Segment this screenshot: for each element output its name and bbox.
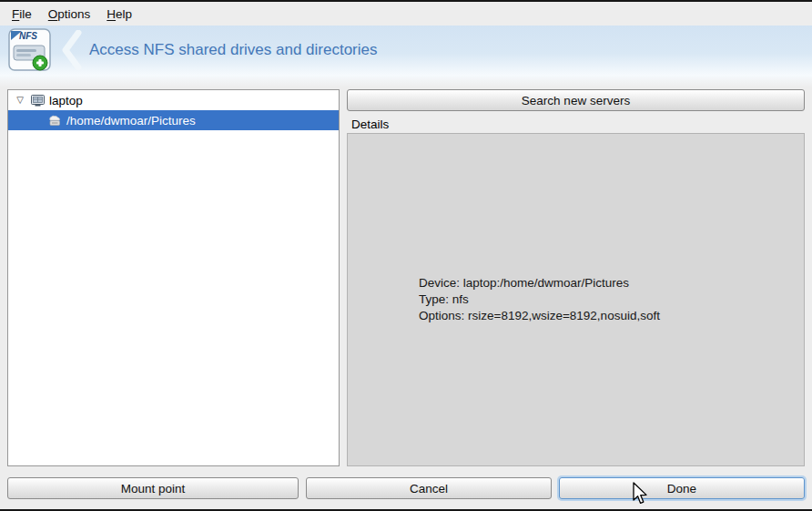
header-banner: NFS Access NFS shared drives and directo… [0,26,812,87]
menu-help-rest: elp [116,7,132,21]
details-device-line: Device: laptop:/home/dwmoar/Pictures [419,275,660,291]
details-options-line: Options: rsize=8192,wsize=8192,nosuid,so… [419,308,660,324]
header-chevron-decoration [58,30,82,70]
mount-point-button[interactable]: Mount point [7,477,299,499]
main-area: ▽ laptop [0,87,812,466]
details-type-line: Type: nfs [419,291,660,308]
nfs-app-icon: NFS [7,27,53,73]
tree-row-share[interactable]: /home/dwmoar/Pictures [8,110,339,130]
page-title: Access NFS shared drives and directories [89,41,378,59]
details-text: Device: laptop:/home/dwmoar/Pictures Typ… [419,275,660,324]
computer-icon [31,95,45,107]
menu-bar: File Options Help [0,2,812,26]
done-button[interactable]: Done [559,477,805,499]
nfs-shares-tree[interactable]: ▽ laptop [7,89,340,466]
details-frame-label: Details [351,118,805,131]
menu-help[interactable]: Help [98,5,140,24]
app-window: File Options Help NFS Access NFS shared … [0,0,812,511]
menu-options-accel: O [48,7,58,21]
details-frame: Device: laptop:/home/dwmoar/Pictures Typ… [347,133,805,466]
tree-row-server[interactable]: ▽ laptop [8,90,339,110]
share-path: /home/dwmoar/Pictures [66,114,196,128]
menu-help-accel: H [107,7,116,21]
menu-options-rest: ptions [57,7,90,21]
expander-open-icon[interactable]: ▽ [14,96,26,105]
search-new-servers-button[interactable]: Search new servers [347,89,805,111]
svg-text:NFS: NFS [19,31,37,41]
menu-file-rest: ile [19,7,32,21]
menu-options[interactable]: Options [40,5,99,24]
menu-file-accel: F [12,7,19,21]
right-panel: Search new servers Details Device: lapto… [347,89,805,466]
footer-button-row: Mount point Cancel Done [0,466,812,509]
share-icon [48,115,61,127]
menu-file[interactable]: File [4,5,40,24]
server-name: laptop [49,94,83,107]
cancel-button[interactable]: Cancel [306,477,552,499]
